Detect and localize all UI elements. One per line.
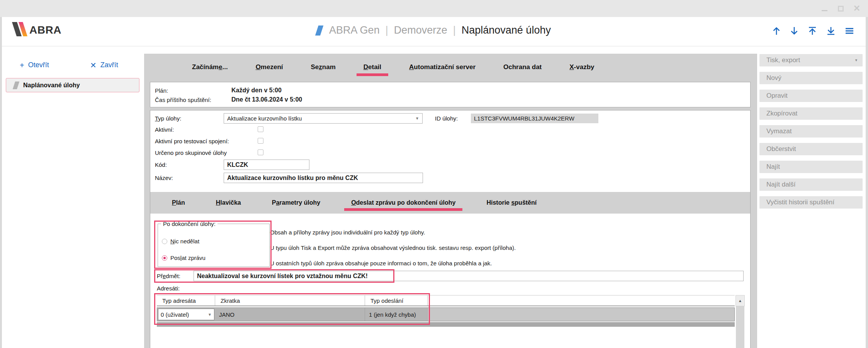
vycistit-historii-label: Vyčistit historii spuštění bbox=[766, 199, 834, 206]
table-scrollbar[interactable] bbox=[736, 306, 744, 348]
subtab-plan[interactable]: Plán bbox=[172, 199, 185, 206]
window-titlebar: ✕ bbox=[0, 0, 868, 17]
menu-icon[interactable] bbox=[844, 26, 855, 36]
message-info-line-1: Obsah a přílohy zprávy jsou individuální… bbox=[270, 229, 425, 236]
novy-button[interactable]: Nový bbox=[759, 72, 863, 84]
record-up-button[interactable] bbox=[771, 26, 781, 36]
novy-label: Nový bbox=[766, 74, 781, 82]
column-header-typ-odeslani[interactable]: Typ odeslání bbox=[365, 295, 428, 306]
table-row-shadow bbox=[157, 322, 735, 327]
column-header-zkratka[interactable]: Zkratka bbox=[215, 295, 365, 306]
plan-value: Každý den v 5:00 bbox=[231, 87, 282, 94]
option-send-message-label: Poslat zprávu bbox=[170, 255, 206, 261]
main-tab-bar: Začínáme... Omezení Seznam Detail Automa… bbox=[144, 54, 757, 80]
recipient-row-filler bbox=[428, 308, 734, 321]
task-id-label: ID úlohy: bbox=[435, 115, 458, 122]
code-label: Kód: bbox=[155, 161, 167, 168]
tisk-export-button[interactable]: Tisk, export ▼ bbox=[759, 54, 863, 66]
tab-x-vazby[interactable]: X-vazby bbox=[569, 63, 594, 71]
scroll-up-icon: ▲ bbox=[738, 299, 742, 303]
recipient-type-dropdown[interactable]: 0 (uživatel) ▼ bbox=[158, 309, 214, 320]
tab-ochrana-dat[interactable]: Ochrana dat bbox=[503, 63, 542, 71]
subtab-historie-spusteni[interactable]: Historie spuštění bbox=[486, 199, 537, 206]
table-scroll-up-button[interactable]: ▲ bbox=[736, 295, 745, 306]
subject-label: Předmět: bbox=[157, 273, 180, 279]
maximize-icon bbox=[838, 6, 844, 12]
najit-dalsi-button[interactable]: Najít další bbox=[759, 178, 863, 191]
group-tasks-checkbox[interactable] bbox=[258, 149, 263, 155]
tab-omezeni[interactable]: Omezení bbox=[256, 63, 283, 71]
obcerstvit-button[interactable]: Občerstvit bbox=[759, 143, 863, 155]
title-separator: | bbox=[453, 24, 456, 36]
record-down-button[interactable] bbox=[789, 26, 799, 36]
radio-unselected-icon[interactable] bbox=[162, 239, 167, 244]
tab-detail[interactable]: Detail bbox=[364, 63, 381, 71]
najit-dalsi-label: Najít další bbox=[766, 181, 796, 188]
tisk-export-label: Tisk, export bbox=[766, 56, 800, 64]
radio-selected-icon[interactable] bbox=[162, 255, 167, 261]
title-app-name: ABRA Gen bbox=[329, 24, 380, 36]
zkopirovat-label: Zkopírovat bbox=[766, 110, 797, 117]
agenda-item-label: Naplánované úlohy bbox=[23, 82, 80, 89]
recipients-label: Adresáti: bbox=[157, 285, 180, 292]
active-label: Aktivní: bbox=[155, 126, 174, 133]
next-run-label: Čas příštího spuštění: bbox=[155, 97, 231, 103]
tab-zaciname[interactable]: Začínáme... bbox=[192, 63, 228, 71]
title-environment: Demoverze bbox=[394, 24, 447, 36]
record-last-button[interactable] bbox=[826, 26, 836, 36]
vymazat-button[interactable]: Vymazat bbox=[759, 125, 863, 138]
recipient-code-cell[interactable]: JANO bbox=[215, 308, 365, 321]
name-input[interactable]: Aktualizace kurzovního lístku pro měnu C… bbox=[224, 173, 423, 183]
open-agendas-panel: + Otevřít ✕ Zavřít Naplánované úlohy bbox=[2, 46, 144, 348]
plan-label: Plán: bbox=[155, 87, 231, 94]
task-type-dropdown[interactable]: Aktualizace kurzovního lístku ▼ bbox=[224, 113, 423, 124]
agenda-item-naplanovane-ulohy[interactable]: Naplánované úlohy bbox=[6, 78, 139, 92]
group-tasks-label: Určeno pro skupinové úlohy bbox=[155, 149, 227, 156]
abra-logo-icon bbox=[14, 22, 27, 36]
window-maximize-button[interactable] bbox=[836, 4, 845, 13]
opravit-button[interactable]: Opravit bbox=[759, 90, 863, 102]
close-icon: ✕ bbox=[853, 4, 860, 13]
message-info-line-2: U typu úloh Tisk a Export může zpráva ob… bbox=[270, 244, 516, 251]
code-input[interactable]: KLCZK bbox=[224, 160, 309, 170]
subtab-parametry-ulohy[interactable]: Parametry úlohy bbox=[272, 199, 320, 206]
subtab-odeslat-zpravu[interactable]: Odeslat zprávu po dokončení úlohy bbox=[351, 199, 455, 206]
recipient-send-type-cell[interactable]: 1 (jen když chyba) bbox=[365, 308, 428, 321]
tab-automatizacni-server[interactable]: Automatizační server bbox=[409, 63, 476, 71]
subtab-hlavicka[interactable]: Hlavička bbox=[216, 199, 241, 206]
record-first-button[interactable] bbox=[807, 26, 818, 36]
agenda-slash-icon bbox=[13, 81, 19, 89]
minimize-icon bbox=[822, 10, 827, 11]
title-separator: | bbox=[386, 24, 388, 36]
plus-icon: + bbox=[20, 61, 24, 69]
close-agenda-button[interactable]: ✕ Zavřít bbox=[90, 61, 118, 69]
chevron-down-icon: ▼ bbox=[854, 58, 858, 62]
app-header: ABRA ABRA Gen | Demoverze | Naplánované … bbox=[2, 17, 866, 46]
task-type-value: Aktualizace kurzovního lístku bbox=[227, 115, 302, 122]
open-agenda-button[interactable]: + Otevřít bbox=[20, 61, 49, 69]
zkopirovat-button[interactable]: Zkopírovat bbox=[759, 107, 863, 120]
option-do-nothing[interactable]: Nic nedělat bbox=[162, 238, 199, 244]
najit-button[interactable]: Najít bbox=[759, 161, 863, 173]
tab-seznam[interactable]: Seznam bbox=[311, 63, 336, 71]
vycistit-historii-button[interactable]: Vyčistit historii spuštění bbox=[759, 196, 863, 209]
column-header-typ-adresata[interactable]: Typ adresáta bbox=[157, 295, 215, 306]
name-label: Název: bbox=[155, 175, 173, 181]
abra-gen-window: ✕ ABRA ABRA Gen | Demoverze | Naplánovan… bbox=[0, 0, 868, 348]
task-type-label: Typ úlohy: bbox=[155, 115, 181, 122]
window-close-button[interactable]: ✕ bbox=[853, 4, 861, 13]
obcerstvit-label: Občerstvit bbox=[766, 145, 796, 153]
najit-label: Najít bbox=[766, 163, 780, 171]
next-run-value: Dne čt 13.06.2024 v 5:00 bbox=[231, 96, 302, 103]
test-connection-checkbox[interactable] bbox=[258, 138, 263, 144]
recipients-table-header: Typ adresáta Zkratka Typ odeslání bbox=[157, 295, 735, 306]
page-title: ABRA Gen | Demoverze | Naplánované úlohy bbox=[317, 24, 551, 36]
abra-logo-text: ABRA bbox=[29, 24, 61, 36]
column-header-filler bbox=[428, 295, 735, 306]
test-connection-label: Aktivní pro testovací spojení: bbox=[155, 138, 229, 144]
subject-input[interactable]: Neaktualizoval se kurzovní lístek pro vz… bbox=[194, 271, 744, 281]
window-minimize-button[interactable] bbox=[820, 4, 829, 13]
active-checkbox[interactable] bbox=[258, 126, 263, 132]
option-send-message[interactable]: Poslat zprávu bbox=[162, 255, 206, 261]
recipient-row[interactable]: 0 (uživatel) ▼ JANO 1 (jen když chyba) bbox=[157, 307, 735, 321]
